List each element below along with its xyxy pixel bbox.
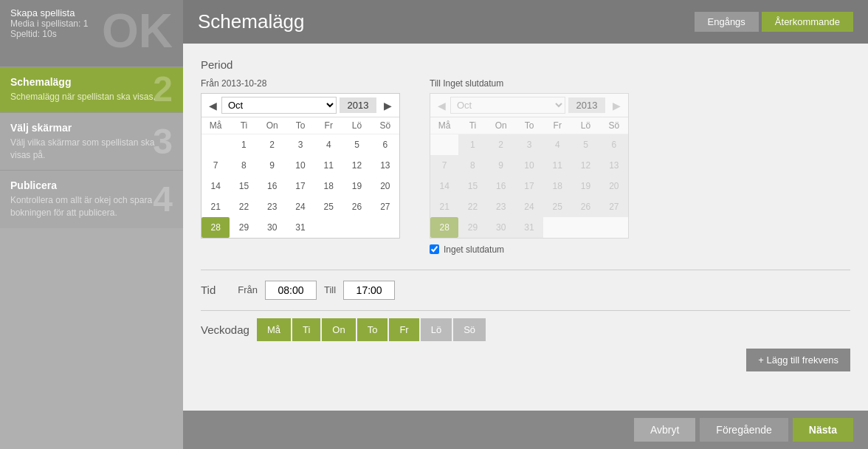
to-col-header-so: Sö	[600, 117, 628, 134]
calendar-day: 10	[515, 155, 543, 176]
calendar-day[interactable]: 6	[371, 134, 399, 155]
from-calendar-container: Från 2013-10-28 ◀ JanFebMarApr MayJunJul…	[201, 78, 400, 255]
weekday-btn-lö[interactable]: Lö	[421, 318, 452, 341]
sidebar-item-välj-skärmar[interactable]: Välj skärmar Välj vilka skärmar som spel…	[0, 112, 183, 171]
calendar-day[interactable]: 26	[342, 196, 371, 217]
calendar-day	[430, 134, 458, 155]
weekday-btn-fr[interactable]: Fr	[389, 318, 418, 341]
calendar-day[interactable]: 20	[371, 176, 399, 196]
calendar-day[interactable]: 24	[286, 196, 314, 217]
calendar-day[interactable]	[342, 217, 371, 238]
prev-button[interactable]: Föregående	[700, 418, 788, 442]
calendar-day: 23	[487, 196, 515, 217]
sidebar-section-desc-3: Välj vilka skärmar som spellistan ska vi…	[10, 137, 173, 162]
to-month-select[interactable]: JanFebMarApr MayJunJulAug SepOctNovDec	[450, 97, 565, 114]
weekday-btn-må[interactable]: Må	[257, 318, 291, 341]
from-cal-grid: Må Ti On To Fr Lö Sö 1234567891	[202, 117, 399, 238]
calendar-day[interactable]: 7	[202, 155, 230, 176]
calendar-day: 7	[430, 155, 458, 176]
from-cal-prev[interactable]: ◀	[204, 98, 221, 113]
weekday-btn-ti[interactable]: Ti	[292, 318, 320, 341]
calendar-day[interactable]: 25	[314, 196, 342, 217]
to-cal-grid: Må Ti On To Fr Lö Sö 1234567891	[430, 117, 628, 238]
weekday-btn-on[interactable]: On	[322, 318, 355, 341]
col-header-so: Sö	[371, 117, 399, 134]
calendar-day[interactable]: 9	[258, 155, 286, 176]
calendar-day[interactable]: 22	[230, 196, 258, 217]
sidebar-top: Skapa spellista Media i spellistan: 1 Sp…	[0, 0, 183, 66]
calendar-day[interactable]: 18	[314, 176, 342, 196]
weekday-btn-to[interactable]: To	[357, 318, 388, 341]
weekday-row: Veckodag MåTiOnToFrLöSö	[201, 318, 850, 341]
col-header-on: On	[258, 117, 286, 134]
calendar-day[interactable]: 27	[371, 196, 399, 217]
main-footer: Avbryt Föregående Nästa	[183, 411, 868, 449]
calendar-day[interactable]: 28	[202, 217, 230, 238]
col-header-lo: Lö	[342, 117, 371, 134]
from-month-select[interactable]: JanFebMarApr MayJunJulAug SepOctNovDec	[221, 97, 337, 114]
calendar-day[interactable]: 23	[258, 196, 286, 217]
from-cal-year: 2013	[340, 97, 376, 113]
sidebar-item-publicera[interactable]: Publicera Kontrollera om allt är okej oc…	[0, 170, 183, 228]
calendar-day	[543, 217, 571, 238]
calendar-day[interactable]: 31	[286, 217, 314, 238]
col-header-fr: Fr	[314, 117, 342, 134]
to-calendar-title: Till Inget slutdatum	[430, 78, 629, 89]
sidebar-section-num-2: 2	[153, 72, 173, 107]
calendar-day[interactable]: 29	[230, 217, 258, 238]
calendar-day: 2	[487, 134, 515, 155]
sidebar-item-schemalägg[interactable]: Schemalägg Schemalägg när spellistan ska…	[0, 66, 183, 112]
calendar-day[interactable]	[202, 134, 230, 155]
calendar-day: 30	[487, 217, 515, 238]
period-label: Period	[201, 58, 850, 71]
calendar-day[interactable]: 17	[286, 176, 314, 196]
calendar-day	[600, 217, 628, 238]
no-end-date-label[interactable]: Inget slutdatum	[444, 244, 504, 255]
calendar-day[interactable]: 19	[342, 176, 371, 196]
calendar-day[interactable]	[314, 217, 342, 238]
calendar-day[interactable]: 4	[314, 134, 342, 155]
main: Schemalägg Engångs Återkommande Period F…	[183, 0, 868, 449]
no-end-date-row: Inget slutdatum	[430, 244, 629, 255]
återkommande-button[interactable]: Återkommande	[762, 12, 853, 32]
calendar-day: 19	[571, 176, 599, 196]
calendar-day[interactable]: 21	[202, 196, 230, 217]
next-button[interactable]: Nästa	[793, 418, 853, 442]
calendar-day[interactable]: 11	[314, 155, 342, 176]
calendar-day[interactable]: 5	[342, 134, 371, 155]
calendar-day[interactable]: 8	[230, 155, 258, 176]
to-col-header-on: On	[487, 117, 515, 134]
calendar-day: 22	[458, 196, 486, 217]
calendar-day[interactable]: 12	[342, 155, 371, 176]
add-frequency-button[interactable]: + Lägg till frekvens	[746, 349, 850, 371]
calendar-day[interactable]: 16	[258, 176, 286, 196]
calendar-day: 13	[600, 155, 628, 176]
weekday-btn-sö[interactable]: Sö	[453, 318, 486, 341]
to-cal-prev[interactable]: ◀	[433, 98, 450, 113]
calendar-day[interactable]: 13	[371, 155, 399, 176]
calendar-day[interactable]: 2	[258, 134, 286, 155]
from-calendar: ◀ JanFebMarApr MayJunJulAug SepOctNovDec…	[201, 93, 400, 239]
calendar-day[interactable]: 14	[202, 176, 230, 196]
no-end-date-checkbox[interactable]	[430, 244, 439, 254]
calendar-day[interactable]	[371, 217, 399, 238]
calendar-day[interactable]: 15	[230, 176, 258, 196]
calendar-day[interactable]: 30	[258, 217, 286, 238]
calendar-day: 1	[458, 134, 486, 155]
sidebar-section-title-2: Schemalägg	[10, 76, 173, 88]
to-col-header-lo: Lö	[571, 117, 599, 134]
weekday-label: Veckodag	[201, 323, 249, 336]
calendar-day[interactable]: 10	[286, 155, 314, 176]
engångs-button[interactable]: Engångs	[695, 12, 759, 32]
to-cal-header: ◀ JanFebMarApr MayJunJulAug SepOctNovDec…	[430, 94, 628, 117]
cancel-button[interactable]: Avbryt	[634, 418, 695, 442]
time-from-input[interactable]	[265, 281, 317, 300]
page-title: Schemalägg	[198, 10, 305, 33]
time-to-input[interactable]	[343, 281, 395, 300]
calendar-day: 18	[543, 176, 571, 196]
calendar-day[interactable]: 3	[286, 134, 314, 155]
calendar-day[interactable]: 1	[230, 134, 258, 155]
from-cal-next[interactable]: ▶	[379, 98, 396, 113]
to-cal-next[interactable]: ▶	[608, 98, 625, 113]
calendar-day: 6	[600, 134, 628, 155]
